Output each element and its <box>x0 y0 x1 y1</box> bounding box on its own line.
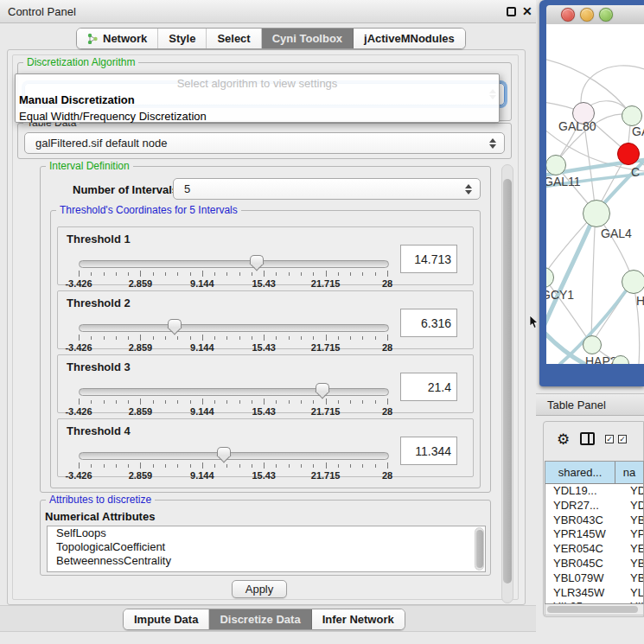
scrollbar-thumb[interactable] <box>547 606 638 613</box>
numerical-attributes-list[interactable]: SelfLoopsTopologicalCoefficientBetweenne… <box>47 526 486 572</box>
tab-cyni-toolbox[interactable]: Cyni Toolbox <box>262 29 354 48</box>
panel-title: Control Panel <box>8 5 76 18</box>
dropdown-option-manual-discretization[interactable]: Manual Discretization <box>16 92 499 108</box>
table-row[interactable]: YBR043CYBR0 <box>545 513 643 528</box>
slider-handle[interactable] <box>250 255 264 271</box>
table-row[interactable]: YDR27...YDR2 <box>545 499 643 513</box>
tick-label: 15.43 <box>252 406 276 417</box>
checkbox-icon[interactable]: ✓ <box>618 435 627 443</box>
threshold-value-field[interactable]: 6.316 <box>400 309 457 337</box>
group-title: Attributes to discretize <box>46 494 155 506</box>
tab-impute-data[interactable]: Impute Data <box>124 609 209 629</box>
network-node-label: GAL11 <box>546 175 581 188</box>
threshold-value-field[interactable]: 21.4 <box>400 373 457 401</box>
network-canvas[interactable]: GAL80GACGAL11GAL4GCY1HHAP2 <box>546 24 644 364</box>
checkbox-icon[interactable]: ✓ <box>605 435 614 443</box>
tab-infer-network[interactable]: Infer Network <box>312 609 405 629</box>
attribute-item[interactable]: SelfLoops <box>48 526 485 540</box>
tab-select[interactable]: Select <box>207 29 261 48</box>
close-icon[interactable]: ✕ <box>522 4 532 18</box>
attribute-item[interactable]: BetweennessCentrality <box>48 554 485 568</box>
close-traffic-light-icon[interactable] <box>561 8 575 22</box>
minimize-traffic-light-icon[interactable] <box>580 8 594 22</box>
slider-track[interactable] <box>79 324 389 332</box>
threshold-value-field[interactable]: 14.713 <box>400 245 457 273</box>
tab-label: Style <box>169 32 195 45</box>
network-node-label: GAL80 <box>558 119 596 133</box>
threshold-3-block: Threshold 3 -3.4262.8599.14415.4321.7152… <box>57 354 474 413</box>
slider-ticks <box>79 271 387 277</box>
network-node[interactable] <box>583 335 602 354</box>
slider-track[interactable] <box>79 388 389 396</box>
slider-track[interactable] <box>79 452 389 460</box>
tab-jactivemnodules[interactable]: jActiveMNodules <box>354 29 465 48</box>
apply-button[interactable]: Apply <box>232 580 287 598</box>
attributes-list-scrollbar[interactable] <box>475 527 484 571</box>
table-cell: YLR3 <box>622 586 643 601</box>
threshold-value-field[interactable]: 11.344 <box>400 437 457 465</box>
column-header-shared-name[interactable]: shared... <box>545 462 615 483</box>
threshold-4-slider[interactable]: -3.4262.8599.14415.4321.71528 <box>79 450 387 476</box>
tick-label: 9.144 <box>190 342 214 353</box>
network-node[interactable] <box>617 143 640 165</box>
scrollbar-thumb[interactable] <box>503 179 512 583</box>
table-cell: YBL079W <box>545 571 622 586</box>
slider-handle[interactable] <box>168 319 182 335</box>
slider-handle[interactable] <box>217 447 231 463</box>
control-panel-titlebar: Control Panel <box>0 0 536 23</box>
bottom-tab-bar: Impute Data Discretize Data Infer Networ… <box>123 609 405 630</box>
mouse-cursor <box>529 316 539 329</box>
attribute-item[interactable]: TopologicalCoefficient <box>48 540 485 554</box>
gear-icon[interactable]: ⚙ <box>557 430 570 449</box>
tick-label: 9.144 <box>190 406 214 417</box>
node-table: shared... na YDL19...YDL1YDR27...YDR2YBR… <box>545 461 644 604</box>
scrollbar-thumb[interactable] <box>476 530 483 568</box>
network-node-label: H <box>636 294 644 308</box>
column-header-name[interactable]: na <box>615 462 643 483</box>
settings-scrollbar[interactable] <box>501 164 513 603</box>
slider-handle[interactable] <box>316 383 329 399</box>
network-node-label: C <box>631 165 640 179</box>
number-of-intervals-combobox[interactable]: 5 <box>173 178 481 200</box>
slider-ticks <box>79 335 387 341</box>
threshold-label: Threshold 1 <box>67 233 131 245</box>
dropdown-option-equal-width[interactable]: Equal Width/Frequency Discretization <box>16 108 499 124</box>
tick-label: 2.859 <box>129 406 153 417</box>
table-panel-titlebar: Table Panel <box>536 393 644 416</box>
table-data-combobox[interactable]: galFiltered.sif default node <box>24 132 505 154</box>
tick-label: 21.715 <box>311 470 341 481</box>
slider-track[interactable] <box>79 260 389 268</box>
slider-tick-labels: -3.4262.8599.14415.4321.71528 <box>79 406 387 417</box>
threshold-3-slider[interactable]: -3.4262.8599.14415.4321.71528 <box>79 386 387 412</box>
network-node[interactable] <box>622 105 642 126</box>
tick-label: 28 <box>382 342 392 353</box>
network-node[interactable] <box>583 200 610 227</box>
table-cell: YER054C <box>545 542 622 557</box>
zoom-traffic-light-icon[interactable] <box>599 8 613 22</box>
threshold-1-slider[interactable]: -3.4262.8599.14415.4321.71528 <box>79 258 387 284</box>
table-cell: YPR145W <box>545 527 622 542</box>
table-row[interactable]: YBL079WYBL0 <box>545 571 643 586</box>
table-row[interactable]: YLR345WYLR3 <box>545 586 643 601</box>
top-tab-bar: Network Style Select Cyni Toolbox jActiv… <box>76 28 466 49</box>
network-node-label: GA <box>632 124 644 138</box>
table-body: YDL19...YDL1YDR27...YDR2YBR043CYBR0YPR14… <box>545 484 643 604</box>
table-horizontal-scrollbar[interactable] <box>545 604 644 615</box>
tab-style[interactable]: Style <box>158 29 207 48</box>
tab-discretize-data[interactable]: Discretize Data <box>209 609 311 629</box>
threshold-2-slider[interactable]: -3.4262.8599.14415.4321.71528 <box>79 322 387 348</box>
table-row[interactable]: YBR045CYBR0 <box>545 557 643 571</box>
network-node[interactable] <box>622 270 644 294</box>
table-row[interactable]: YER054CYER0 <box>545 542 643 557</box>
table-row[interactable]: YDL19...YDL1 <box>545 484 643 499</box>
table-row[interactable]: YPR145WYPR1 <box>545 527 643 542</box>
network-node[interactable] <box>546 155 566 175</box>
tab-network[interactable]: Network <box>77 29 158 48</box>
threshold-1-block: Threshold 1 -3.4262.8599.14415.4321.7152… <box>57 226 474 285</box>
group-title: Threshold's Coordinates for 5 Intervals <box>56 204 241 216</box>
float-window-icon[interactable] <box>507 7 516 16</box>
split-columns-icon[interactable] <box>580 432 595 445</box>
slider-tick-labels: -3.4262.8599.14415.4321.71528 <box>79 342 387 353</box>
network-view-window: GAL80GACGAL11GAL4GCY1HHAP2 <box>539 0 644 386</box>
dropdown-prompt[interactable]: Select algorithm to view settings <box>16 74 499 92</box>
